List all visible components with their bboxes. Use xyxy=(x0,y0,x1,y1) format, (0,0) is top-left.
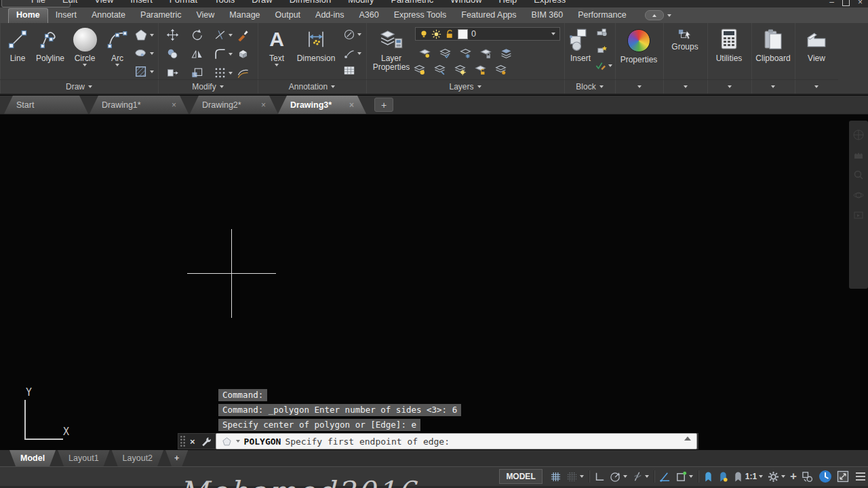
crosshair-cursor[interactable] xyxy=(231,229,232,318)
menu-help[interactable]: Help xyxy=(499,0,517,7)
tab-layout2[interactable]: Layout2 xyxy=(112,450,163,466)
navigation-bar[interactable] xyxy=(849,121,868,289)
zoom-icon[interactable] xyxy=(853,169,864,180)
groups-button[interactable]: Groups xyxy=(669,28,701,52)
ribbon-tab-annotate[interactable]: Annotate xyxy=(84,8,133,23)
layer-unlock-button[interactable] xyxy=(475,64,486,75)
ellipse-button[interactable] xyxy=(134,47,154,60)
customization-plus-button[interactable]: + xyxy=(790,470,797,483)
fillet-button[interactable] xyxy=(214,47,233,60)
offset-button[interactable] xyxy=(237,66,250,79)
layer-unisolate-button[interactable] xyxy=(434,64,446,75)
layer-off-button[interactable] xyxy=(419,47,431,59)
panel-footer-utilities[interactable] xyxy=(707,79,751,94)
text-button[interactable]: A Text xyxy=(263,25,290,66)
file-tab-start[interactable]: Start xyxy=(4,96,88,114)
circle-button[interactable]: Circle xyxy=(69,25,100,66)
create-block-button[interactable] xyxy=(597,28,608,38)
ribbon-tab-insert[interactable]: Insert xyxy=(48,8,84,23)
layer-merge-button[interactable] xyxy=(495,64,507,75)
polygon-button[interactable] xyxy=(134,28,154,42)
drag-handle[interactable] xyxy=(180,435,186,447)
history-toggle-icon[interactable] xyxy=(684,436,691,441)
arc-button[interactable]: Arc xyxy=(103,25,132,66)
insert-block-button[interactable]: Insert xyxy=(566,25,595,63)
close-tab-icon[interactable]: × xyxy=(172,100,176,110)
move-button[interactable] xyxy=(166,28,179,41)
model-space-toggle[interactable]: MODEL xyxy=(499,469,542,484)
snap-mode-button[interactable] xyxy=(550,471,561,483)
menu-view[interactable]: View xyxy=(94,0,113,7)
menu-draw[interactable]: Draw xyxy=(252,0,272,7)
hatch-button[interactable] xyxy=(134,65,154,79)
view-button[interactable]: View xyxy=(800,25,833,63)
table-button[interactable] xyxy=(343,65,355,76)
ribbon-tab-addins[interactable]: Add-ins xyxy=(308,8,351,23)
workspace-settings-button[interactable] xyxy=(768,471,785,483)
minimize-button[interactable]: – xyxy=(829,0,834,7)
layer-match-button[interactable] xyxy=(439,47,451,59)
ortho-mode-button[interactable] xyxy=(594,471,605,482)
isometric-drafting-button[interactable] xyxy=(632,471,649,482)
new-layout-button[interactable]: + xyxy=(165,450,188,466)
ribbon-tab-output[interactable]: Output xyxy=(268,8,309,23)
layer-isolate-button[interactable] xyxy=(414,64,425,75)
ribbon-tab-a360[interactable]: A360 xyxy=(351,8,386,23)
define-attributes-button[interactable] xyxy=(597,45,608,54)
file-tab-drawing3[interactable]: Drawing3* × xyxy=(278,96,366,114)
dimension-button[interactable]: Dimension xyxy=(292,25,340,63)
command-input[interactable]: POLYGON Specify first endpoint of edge: xyxy=(216,433,697,449)
scale-button[interactable] xyxy=(191,66,203,79)
panel-footer-view[interactable] xyxy=(795,79,838,94)
annotation-autoscale-button[interactable] xyxy=(718,471,728,483)
rotate-button[interactable] xyxy=(191,28,203,41)
file-tab-drawing1[interactable]: Drawing1* × xyxy=(90,96,189,114)
copy-button[interactable] xyxy=(166,47,179,60)
ribbon-tab-home[interactable]: Home xyxy=(8,8,48,23)
mirror-button[interactable] xyxy=(191,47,203,60)
menu-dimension[interactable]: Dimension xyxy=(290,0,331,7)
polar-tracking-button[interactable] xyxy=(610,471,627,483)
navigation-wheel-icon[interactable] xyxy=(852,129,865,141)
restore-button[interactable] xyxy=(842,0,850,6)
menu-modify[interactable]: Modify xyxy=(348,0,374,7)
layer-lock-button[interactable] xyxy=(480,47,492,59)
panel-footer-groups[interactable] xyxy=(663,79,707,94)
menu-parametric[interactable]: Parametric xyxy=(391,0,433,7)
close-command-line-button[interactable]: × xyxy=(186,436,199,447)
panel-footer-modify[interactable]: Modify xyxy=(158,79,258,94)
customization-menu-icon[interactable] xyxy=(856,472,865,481)
menu-edit[interactable]: Edit xyxy=(62,0,77,7)
layer-properties-button[interactable]: Layer Properties xyxy=(370,25,412,72)
close-button[interactable]: × xyxy=(858,0,863,7)
layer-freeze-all-button[interactable] xyxy=(454,64,466,75)
close-tab-icon[interactable]: × xyxy=(261,100,266,110)
isolate-objects-button[interactable] xyxy=(802,471,814,483)
object-snap-tracking-button[interactable] xyxy=(659,471,671,483)
ribbon-tab-parametric[interactable]: Parametric xyxy=(133,8,189,23)
menu-window[interactable]: Window xyxy=(450,0,481,7)
layer-change-button[interactable] xyxy=(500,47,512,59)
line-button[interactable]: Line xyxy=(3,25,33,63)
customize-wrench-icon[interactable] xyxy=(199,436,216,447)
menu-format[interactable]: Format xyxy=(170,0,197,7)
utilities-button[interactable]: Utilities xyxy=(711,25,747,63)
layer-freeze-button[interactable] xyxy=(460,47,471,59)
menu-tools[interactable]: Tools xyxy=(214,0,235,7)
graphics-performance-button[interactable] xyxy=(818,470,832,483)
trim-button[interactable] xyxy=(214,28,233,41)
panel-footer-properties[interactable] xyxy=(615,79,663,94)
annotation-visibility-button[interactable] xyxy=(703,471,713,483)
multileader-button[interactable] xyxy=(343,47,361,60)
ribbon-tab-express-tools[interactable]: Express Tools xyxy=(387,8,454,23)
pan-hand-icon[interactable] xyxy=(852,150,865,160)
ribbon-tab-bim360[interactable]: BIM 360 xyxy=(524,8,571,23)
leader-button[interactable] xyxy=(343,28,361,41)
tab-model[interactable]: Model xyxy=(9,450,56,466)
panel-footer-layers[interactable]: Layers xyxy=(366,79,564,94)
polyline-button[interactable]: Polyline xyxy=(33,25,68,63)
array-button[interactable] xyxy=(214,66,233,79)
ribbon-tab-manage[interactable]: Manage xyxy=(222,8,267,23)
ribbon-tab-performance[interactable]: Performance xyxy=(570,8,634,23)
clipboard-button[interactable]: Clipboard xyxy=(753,25,793,63)
